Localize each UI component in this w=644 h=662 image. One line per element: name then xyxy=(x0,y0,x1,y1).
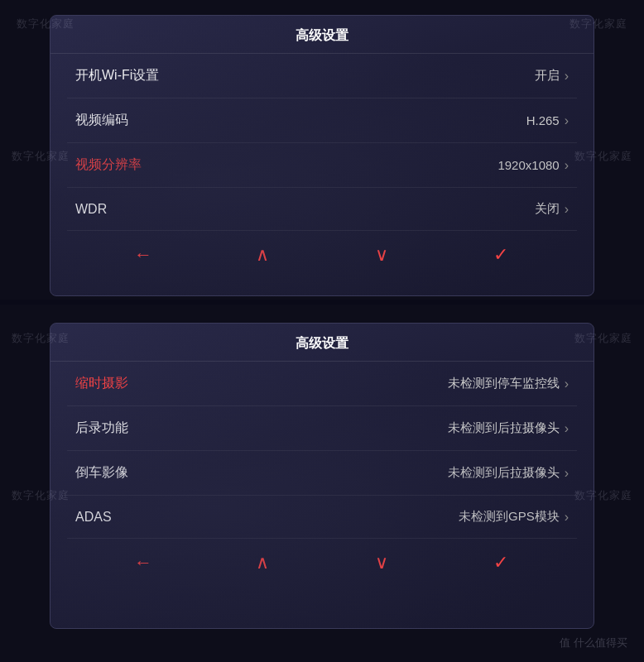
bottom-nav-down[interactable]: ∨ xyxy=(365,552,398,573)
bottom-menu-item-1[interactable]: 后录功能 未检测到后拉摄像头 › xyxy=(67,406,577,451)
bottom-panel-title: 高级设置 xyxy=(50,324,594,362)
bottom-menu-label-2: 倒车影像 xyxy=(75,464,128,482)
top-menu-item-1[interactable]: 视频编码 H.265 › xyxy=(67,98,577,143)
bottom-menu-item-2[interactable]: 倒车影像 未检测到后拉摄像头 › xyxy=(67,451,577,496)
bottom-menu-value-2: 未检测到后拉摄像头 › xyxy=(448,465,569,481)
top-menu-label-1: 视频编码 xyxy=(75,112,128,129)
top-menu-label-2: 视频分辨率 xyxy=(75,156,142,174)
bottom-panel: 高级设置 缩时摄影 未检测到停车监控线 › 后录功能 未检测到后拉摄像头 › 倒… xyxy=(50,323,594,629)
top-menu-label-3: WDR xyxy=(75,202,107,217)
bottom-nav-up[interactable]: ∧ xyxy=(246,552,279,573)
panel-separator xyxy=(0,300,644,305)
top-menu-item-0[interactable]: 开机Wi-Fi设置 开启 › xyxy=(67,54,577,98)
bottom-nav-bar: ← ∧ ∨ ✓ xyxy=(50,542,594,583)
top-menu-value-3: 关闭 › xyxy=(535,201,569,217)
top-nav-up[interactable]: ∧ xyxy=(246,244,279,266)
top-menu-label-0: 开机Wi-Fi设置 xyxy=(75,67,159,84)
chevron-right-icon-b1: › xyxy=(565,421,569,436)
bottom-menu-value-1: 未检测到后拉摄像头 › xyxy=(448,420,569,436)
chevron-right-icon-0: › xyxy=(565,69,569,84)
chevron-right-icon-1: › xyxy=(565,113,569,128)
chevron-right-icon-b2: › xyxy=(565,466,569,481)
chevron-right-icon-b3: › xyxy=(565,510,569,525)
bottom-menu-label-1: 后录功能 xyxy=(75,420,128,437)
site-watermark: 值 什么值得买 xyxy=(560,636,627,650)
top-nav-bar: ← ∧ ∨ ✓ xyxy=(50,234,594,276)
bottom-menu-list: 缩时摄影 未检测到停车监控线 › 后录功能 未检测到后拉摄像头 › 倒车影像 未… xyxy=(50,362,594,539)
chevron-right-icon-2: › xyxy=(565,158,569,173)
top-panel: 高级设置 开机Wi-Fi设置 开启 › 视频编码 H.265 › 视频分辨率 1… xyxy=(50,15,594,296)
top-nav-back[interactable]: ← xyxy=(127,244,160,266)
bottom-menu-value-3: 未检测到GPS模块 › xyxy=(459,509,569,525)
top-menu-item-2[interactable]: 视频分辨率 1920x1080 › xyxy=(67,143,577,188)
top-nav-down[interactable]: ∨ xyxy=(365,244,398,266)
top-nav-confirm[interactable]: ✓ xyxy=(484,244,517,266)
top-menu-value-1: H.265 › xyxy=(526,113,569,128)
bottom-menu-item-0[interactable]: 缩时摄影 未检测到停车监控线 › xyxy=(67,362,577,406)
bottom-nav-confirm[interactable]: ✓ xyxy=(484,552,517,573)
bottom-menu-label-0: 缩时摄影 xyxy=(75,375,128,392)
main-wrapper: 数字化家庭 数字化家庭 数字化家庭 数字化家庭 数字化家庭 数字化家庭 数字化家… xyxy=(0,0,644,662)
top-panel-title: 高级设置 xyxy=(50,16,594,54)
bottom-nav-back[interactable]: ← xyxy=(127,552,160,573)
top-menu-value-2: 1920x1080 › xyxy=(497,158,569,173)
bottom-menu-item-3[interactable]: ADAS 未检测到GPS模块 › xyxy=(67,496,577,539)
top-menu-value-0: 开启 › xyxy=(535,68,569,84)
bottom-menu-value-0: 未检测到停车监控线 › xyxy=(448,376,569,391)
bottom-menu-label-3: ADAS xyxy=(75,510,112,525)
site-watermark-label: 值 什么值得买 xyxy=(560,636,627,650)
top-menu-item-3[interactable]: WDR 关闭 › xyxy=(67,188,577,231)
top-menu-list: 开机Wi-Fi设置 开启 › 视频编码 H.265 › 视频分辨率 1920x1… xyxy=(50,54,594,231)
chevron-right-icon-3: › xyxy=(565,202,569,217)
chevron-right-icon-b0: › xyxy=(565,377,569,391)
